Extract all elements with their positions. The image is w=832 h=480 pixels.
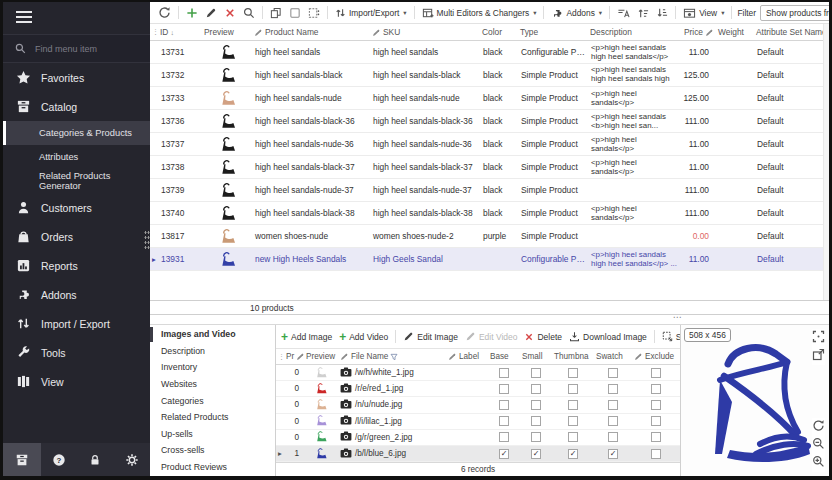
thumbnail-checkbox[interactable]: [568, 432, 578, 442]
cell-position[interactable]: 0: [284, 417, 304, 426]
cell-price[interactable]: 11.00: [680, 254, 716, 264]
tab-up-sells[interactable]: Up-sells: [150, 426, 275, 443]
cell-sku[interactable]: High Geels Sandal: [370, 254, 480, 264]
swatch-checkbox[interactable]: ✓: [608, 449, 618, 459]
sidebar-item-catalog[interactable]: Catalog: [3, 92, 150, 121]
cell-file-name[interactable]: /l/i/lilac_1.jpg: [338, 415, 446, 427]
exclude-checkbox[interactable]: [651, 432, 661, 442]
cell-price[interactable]: 111.00: [680, 208, 716, 218]
fit-to-window-icon[interactable]: [812, 329, 825, 347]
column-header-id[interactable]: ID↓: [158, 27, 202, 37]
thumbnail-checkbox[interactable]: [568, 368, 578, 378]
product-row[interactable]: ▸ 13931 new High Heels Sandals High Geel…: [150, 248, 829, 271]
tab-inventory[interactable]: Inventory: [150, 359, 275, 376]
column-header-price[interactable]: Price: [680, 27, 716, 37]
lock-icon[interactable]: [77, 443, 113, 476]
search-products-button[interactable]: [240, 5, 258, 21]
small-checkbox[interactable]: [531, 384, 541, 394]
base-checkbox[interactable]: [499, 384, 509, 394]
cell-price[interactable]: 0.00: [680, 231, 716, 241]
menu-search-input[interactable]: [33, 43, 128, 55]
cell-position[interactable]: 0: [284, 368, 304, 377]
product-row[interactable]: 13739 high heel sandals-nude-37 high hee…: [150, 179, 829, 202]
thumbnail-checkbox[interactable]: ✓: [568, 449, 578, 459]
sidebar-item-customers[interactable]: Customers: [3, 193, 150, 222]
sidebar-item-favorites[interactable]: Favorites: [3, 63, 150, 92]
cell-position[interactable]: 0: [284, 433, 304, 442]
sidebar-item-related-products-generator[interactable]: Related Products Generator: [3, 169, 150, 193]
column-header-pr[interactable]: Pr: [284, 352, 304, 361]
thumbnail-checkbox[interactable]: [568, 384, 578, 394]
autofit-columns-button[interactable]: [614, 5, 633, 21]
column-header-sku[interactable]: SKU: [370, 27, 480, 37]
image-row[interactable]: ▸ 1 /b/l/blue_6.jpg ✓✓✓✓: [276, 446, 680, 462]
delete-image-button[interactable]: Delete: [521, 330, 565, 344]
small-checkbox[interactable]: ✓: [531, 449, 541, 459]
set-resize-rule-button[interactable]: Set Resize Rule: [659, 329, 680, 344]
thumbnail-checkbox[interactable]: [568, 400, 578, 410]
cell-price[interactable]: 11.00: [680, 139, 716, 149]
product-row[interactable]: 13733 high heel sandals-nude high heel s…: [150, 87, 829, 110]
swatch-checkbox[interactable]: [608, 416, 618, 426]
help-icon[interactable]: ?: [41, 443, 77, 476]
base-checkbox[interactable]: ✓: [499, 449, 509, 459]
column-header-preview[interactable]: Preview: [304, 352, 338, 361]
filter-select[interactable]: Show products from selected categories ▾: [760, 5, 829, 21]
cell-product-name[interactable]: high heel sandals-nude-37: [252, 185, 370, 195]
exclude-checkbox[interactable]: [651, 416, 661, 426]
sidebar-item-orders[interactable]: Orders: [3, 222, 150, 251]
small-checkbox[interactable]: [531, 368, 541, 378]
image-row[interactable]: 0 /g/r/green_2.jpg: [276, 430, 680, 446]
import-export-menu[interactable]: Import/Export▾: [332, 5, 410, 21]
sidebar-item-attributes[interactable]: Attributes: [3, 145, 150, 169]
base-checkbox[interactable]: [499, 432, 509, 442]
column-header-file-name[interactable]: File Name: [338, 352, 446, 361]
cell-product-name[interactable]: new High Heels Sandals: [252, 254, 370, 264]
settings-icon[interactable]: [114, 443, 150, 476]
product-row[interactable]: 13817 women shoes-nude women shoes-nude-…: [150, 225, 829, 248]
column-header-color[interactable]: Color: [480, 27, 518, 37]
image-row[interactable]: 0 /n/u/nude.jpg: [276, 397, 680, 413]
sidebar-item-addons[interactable]: Addons: [3, 280, 150, 309]
column-header-label[interactable]: Label: [446, 352, 488, 361]
product-row[interactable]: 13731 high heel sandals high heel sandal…: [150, 41, 829, 64]
sidebar-item-tools[interactable]: Tools: [3, 338, 150, 367]
cell-sku[interactable]: high heel sandals: [370, 47, 480, 57]
catalog-icon[interactable]: [3, 443, 41, 476]
product-row[interactable]: 13736 high heel sandals-black-36 high he…: [150, 110, 829, 133]
column-header-small[interactable]: Small: [520, 352, 552, 361]
add-product-button[interactable]: [183, 5, 201, 21]
column-header-attribute-set-name[interactable]: Attribute Set Name: [754, 27, 829, 37]
sidebar-item-view[interactable]: View: [3, 367, 150, 396]
image-row[interactable]: 0 /r/e/red_1.jpg: [276, 381, 680, 397]
column-header-base[interactable]: Base: [488, 352, 520, 361]
cell-sku[interactable]: high heel sandals-black-37: [370, 162, 480, 172]
cell-position[interactable]: 1: [284, 449, 304, 458]
product-row[interactable]: 13732 high heel sandals-black high heel …: [150, 64, 829, 87]
sidebar-item-reports[interactable]: Reports: [3, 251, 150, 280]
addons-menu[interactable]: Addons▾: [548, 5, 605, 21]
cell-product-name[interactable]: high heel sandals-black: [252, 70, 370, 80]
column-header-product-name[interactable]: Product Name: [252, 27, 370, 37]
sidebar-item-categories-products[interactable]: Categories & Products: [3, 121, 150, 145]
vertical-scrollbar[interactable]: [823, 24, 829, 300]
cell-position[interactable]: 0: [284, 384, 304, 393]
cell-product-name[interactable]: high heel sandals-nude-36: [252, 139, 370, 149]
cell-sku[interactable]: high heel sandals-black: [370, 70, 480, 80]
cell-sku[interactable]: high heel sandals-nude-37: [370, 185, 480, 195]
view-menu[interactable]: View▾: [680, 5, 727, 21]
base-checkbox[interactable]: [499, 416, 509, 426]
cell-file-name[interactable]: /n/u/nude.jpg: [338, 399, 446, 411]
expand-rows-button[interactable]: [634, 5, 652, 21]
product-row[interactable]: 13740 high heel sandals-black-38 high he…: [150, 202, 829, 225]
tab-categories[interactable]: Categories: [150, 392, 275, 409]
cell-file-name[interactable]: /w/h/white_1.jpg: [338, 367, 446, 379]
refresh-button[interactable]: [155, 4, 174, 21]
add-video-button[interactable]: +Add Video: [336, 330, 391, 344]
swatch-checkbox[interactable]: [608, 432, 618, 442]
cell-sku[interactable]: high heel sandals-black-38: [370, 208, 480, 218]
product-row[interactable]: 13737 high heel sandals-nude-36 high hee…: [150, 133, 829, 156]
cell-sku[interactable]: high heel sandals-black-36: [370, 116, 480, 126]
column-header-type[interactable]: Type: [518, 27, 588, 37]
cell-product-name[interactable]: high heel sandals-black-38: [252, 208, 370, 218]
